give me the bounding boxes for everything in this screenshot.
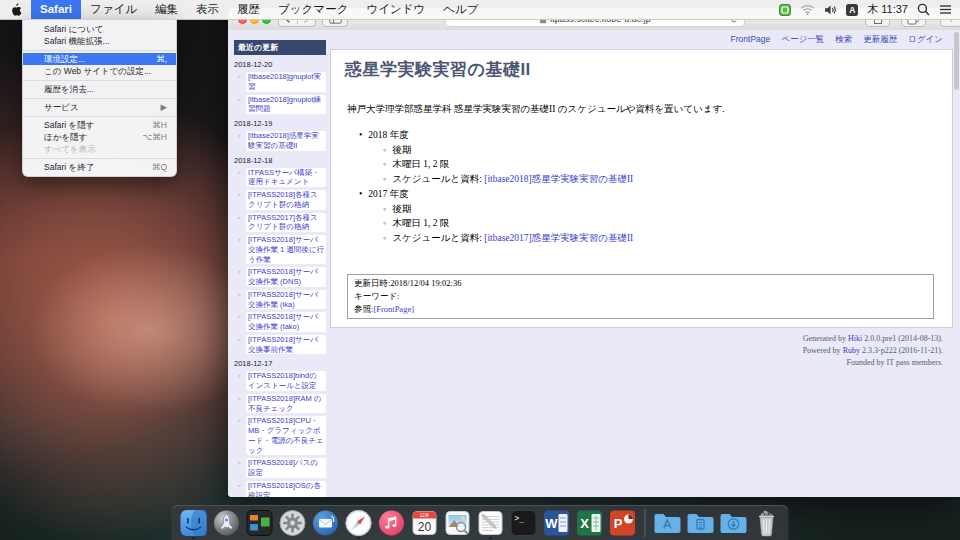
dock-system-preferences[interactable] — [279, 505, 307, 540]
menu-bookmarks[interactable]: ブックマーク — [269, 0, 357, 19]
notification-center-icon[interactable] — [939, 4, 952, 15]
sidebar-link-item[interactable]: ◦[ITPASS2018]各種スクリプト群の格納 — [238, 190, 326, 210]
schedule-link-2018[interactable]: [itbase2018]惑星学実験実習の基礎II — [484, 174, 633, 184]
menu-item-hide-others[interactable]: ほかを隠す⌥⌘H — [23, 131, 176, 143]
menu-help[interactable]: ヘルプ — [434, 0, 487, 19]
menu-clock[interactable]: 木 11:37 — [867, 2, 908, 17]
nav-frontpage[interactable]: FrontPage — [731, 34, 771, 44]
svg-text:W: W — [545, 516, 558, 531]
list-item: ◦後期 — [383, 202, 936, 217]
list-item: •2017 年度 — [359, 187, 936, 202]
dock-documents-folder[interactable] — [687, 505, 715, 540]
sidebar-link-item[interactable]: ◦[ITPASS2017]各種スクリプト群の格納 — [238, 213, 326, 233]
nav-pagelist[interactable]: ページ一覧 — [781, 34, 824, 44]
sidebar-link-item[interactable]: ◦[ITPASS2018]OSの各種設定 — [238, 481, 326, 497]
dock-launchpad[interactable] — [213, 505, 241, 540]
sidebar-link-item[interactable]: ◦[ITPASS2018]パスの設定 — [238, 458, 326, 478]
menu-item-hide-safari[interactable]: Safari を隠す⌘H — [23, 119, 176, 131]
apple-icon — [10, 3, 22, 17]
bullet-icon: ◦ — [238, 72, 246, 81]
nav-search[interactable]: 検索 — [835, 34, 852, 44]
menu-safari[interactable]: Safari — [31, 0, 81, 19]
menu-item-preferences[interactable]: 環境設定...⌘, — [23, 53, 176, 65]
ruby-link[interactable]: Ruby — [843, 346, 860, 355]
menu-item-show-all: すべてを表示 — [23, 143, 176, 155]
bullet-icon: ◦ — [238, 95, 246, 104]
spotlight-icon[interactable] — [917, 3, 930, 16]
dock-terminal[interactable]: >_ — [510, 505, 538, 540]
hiki-link[interactable]: Hiki — [848, 334, 862, 343]
sidebar-link-item[interactable]: ◦[ITPASS2018]bindのインストールと設定 — [238, 371, 326, 391]
wiki-nav: FrontPageページ一覧検索更新履歴ログイン — [330, 30, 953, 49]
menu-view[interactable]: 表示 — [187, 0, 228, 19]
dock-excel[interactable]: X — [576, 505, 604, 540]
scrollbar[interactable] — [953, 30, 960, 497]
scrollbar-thumb[interactable] — [954, 32, 959, 90]
page-main: FrontPageページ一覧検索更新履歴ログイン 惑星学実験実習の基礎II 神戸… — [330, 30, 953, 497]
menu-item-quit-safari[interactable]: Safari を終了⌘Q — [23, 161, 176, 173]
nav-login[interactable]: ログイン — [908, 34, 943, 44]
sidebar-link-item[interactable]: ◦[itbase2018]gnuplot実習 — [238, 72, 326, 92]
sidebar-link-item[interactable]: ◦[ITPASS2018]CPU・MB・グラフィックボード・電源の不良チェック — [238, 416, 326, 455]
dock-safari[interactable] — [345, 505, 373, 540]
menu-item-services[interactable]: サービス▶ — [23, 101, 176, 113]
bullet-icon: ◦ — [238, 267, 246, 276]
dock-preview[interactable] — [444, 505, 472, 540]
menu-separator — [23, 80, 176, 81]
menu-item-clear-history[interactable]: 履歴を消去... — [23, 83, 176, 95]
sidebar-link-item[interactable]: ◦[ITPASS2018]サーバ交換事前作業 — [238, 335, 326, 355]
dock-word[interactable]: W — [543, 505, 571, 540]
safari-menu-dropdown: Safari について Safari 機能拡張... 環境設定...⌘, この … — [22, 19, 177, 177]
bullet-icon: ◦ — [238, 371, 246, 380]
keywords: キーワード: — [354, 290, 927, 303]
footer-line: Generated by Hiki 2.0.0.pre1 (2014-08-13… — [340, 333, 943, 345]
bullet-icon: ◦ — [238, 290, 246, 299]
sidebar-link-item[interactable]: ◦[ITPASS2018]RAM の不良チェック — [238, 394, 326, 414]
frontpage-link[interactable]: [FrontPage] — [373, 304, 414, 314]
volume-icon[interactable] — [824, 4, 837, 16]
sidebar-link-item[interactable]: ◦ITPASSサーバ構築・運用ドキュメント — [238, 168, 326, 188]
schedule-link-2017[interactable]: [itbase2017]惑星学実験実習の基礎II — [484, 233, 633, 243]
bullet-icon: ◦ — [238, 213, 246, 222]
sidebar-link-item[interactable]: ◦[ITPASS2018]サーバ交換作業 (ika) — [238, 290, 326, 310]
bullet-icon: ◦ — [238, 235, 246, 244]
menu-edit[interactable]: 編集 — [146, 0, 187, 19]
menu-item-website-settings[interactable]: この Web サイトでの設定... — [23, 65, 176, 77]
bullet-icon: ◦ — [383, 204, 386, 214]
dock-trash[interactable] — [753, 505, 781, 540]
page-title: 惑星学実験実習の基礎II — [345, 58, 936, 81]
textedit-icon — [477, 509, 505, 537]
dock-calendar[interactable]: 12月 20 — [411, 505, 439, 540]
year-list: •2018 年度 ◦後期 ◦木曜日 1, 2 限 ◦スケジュールと資料: [it… — [359, 128, 936, 246]
dock-mission-control[interactable] — [246, 505, 274, 540]
dock-thunderbird[interactable] — [312, 505, 340, 540]
menu-item-safari-extensions[interactable]: Safari 機能拡張... — [23, 35, 176, 47]
dock-powerpoint[interactable]: P — [609, 505, 637, 540]
menu-history[interactable]: 履歴 — [228, 0, 269, 19]
dock-applications-folder[interactable] — [654, 505, 682, 540]
wifi-icon[interactable] — [800, 4, 815, 15]
app-status-icon[interactable] — [779, 4, 791, 16]
dock-finder[interactable] — [180, 505, 208, 540]
apple-menu[interactable] — [0, 3, 31, 17]
terminal-icon: >_ — [510, 509, 538, 537]
sidebar-link-item[interactable]: ◦[itbase2018]惑星学実験実習の基礎II — [238, 131, 326, 151]
running-indicator — [489, 537, 492, 540]
sidebar-link-item[interactable]: ◦[ITPASS2018]サーバ交換作業 (tako) — [238, 312, 326, 332]
bullet-icon: ◦ — [238, 416, 246, 425]
dock-textedit[interactable] — [477, 505, 505, 540]
input-source-icon[interactable]: A — [846, 4, 858, 16]
excel-icon: X — [576, 509, 604, 537]
nav-history[interactable]: 更新履歴 — [863, 34, 897, 44]
sidebar-link-item[interactable]: ◦[ITPASS2018]サーバ交換作業 (DNS) — [238, 267, 326, 287]
dock-downloads-folder[interactable] — [720, 505, 748, 540]
menu-file[interactable]: ファイル — [81, 0, 146, 19]
menu-item-about-safari[interactable]: Safari について — [23, 23, 176, 35]
menu-window[interactable]: ウインドウ — [357, 0, 434, 19]
sidebar-link-item[interactable]: ◦[itbase2018]gnuplot練習問題 — [238, 95, 326, 115]
sidebar-link-item[interactable]: ◦[ITPASS2018]サーバ交換作業 1 週間後に行う作業 — [238, 235, 326, 264]
dock-itunes[interactable] — [378, 505, 406, 540]
page-meta: 更新日時:2018/12/04 19:02:36 キーワード: 参照:[Fron… — [347, 274, 934, 320]
itunes-icon — [378, 509, 406, 537]
svg-text:12月: 12月 — [420, 513, 430, 518]
